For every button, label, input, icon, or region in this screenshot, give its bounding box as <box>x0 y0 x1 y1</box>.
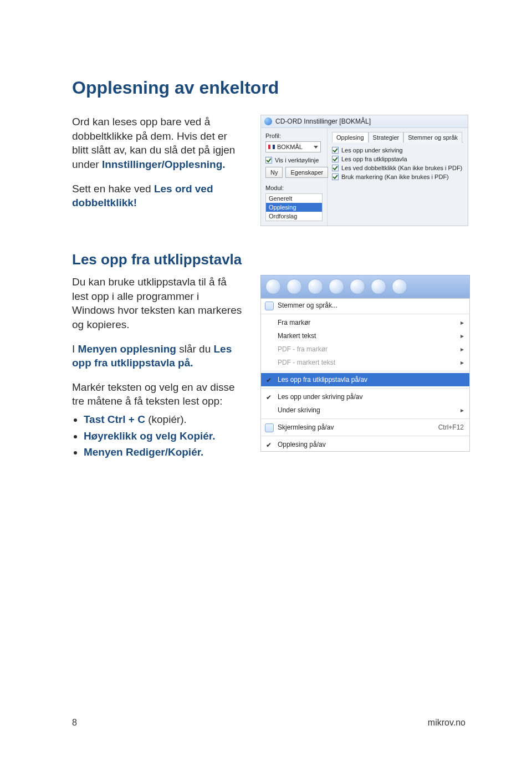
screen-icon <box>265 423 274 432</box>
chk-bruk-markering[interactable] <box>332 173 339 180</box>
marker-intro: Markér teksten og velg en av disse tre m… <box>72 380 244 408</box>
intro-em: Innstillinger/Opplesning. <box>102 159 226 170</box>
menu-label: PDF - fra markør <box>278 345 328 353</box>
menu-item-opplesing-toggle[interactable]: ✔ Opplesing på/av <box>261 438 469 451</box>
ny-button[interactable]: Ny <box>265 167 283 178</box>
methods-list: Tast Ctrl + C (kopiér). Høyreklikk og ve… <box>72 412 244 460</box>
b1rest: (kopiér). <box>145 413 187 425</box>
submenu-arrow-icon: ▸ <box>461 359 464 366</box>
modul-list[interactable]: Generelt Opplesing Ordforslag <box>265 193 323 221</box>
list-item: Høyreklikk og velg Kopiér. <box>84 428 244 444</box>
section-subtitle: Les opp fra utklippstavla <box>72 251 466 268</box>
toolbar-button[interactable] <box>371 279 386 294</box>
menu-separator <box>261 388 469 389</box>
toolbar-button[interactable] <box>329 279 344 294</box>
toolbar-button[interactable] <box>350 279 365 294</box>
menu-separator <box>261 418 469 419</box>
dropdown-menu: Stemmer og språk... Fra markør ▸ Markert… <box>260 298 470 452</box>
submenu-arrow-icon: ▸ <box>461 406 464 414</box>
utklipp-howto: I Menyen opplesning slår du Les opp fra … <box>72 342 244 370</box>
chevron-down-icon <box>314 146 318 149</box>
hake-paragraph: Sett en hake ved Les ord ved dobbeltklik… <box>72 182 244 210</box>
menu-separator <box>261 314 469 314</box>
flag-icon <box>268 145 275 149</box>
profil-select[interactable]: BOKMÅL <box>265 141 321 152</box>
dialog-title: CD-ORD Innstillinger [BOKMÅL] <box>275 118 371 125</box>
menu-screenshot: Stemmer og språk... Fra markør ▸ Markert… <box>260 275 470 452</box>
submenu-arrow-icon: ▸ <box>461 319 464 326</box>
menu-label: Les opp under skriving på/av <box>278 393 362 401</box>
toolbar <box>260 275 470 298</box>
chk-les-dobbeltklikk[interactable] <box>332 165 339 171</box>
list-item: Tast Ctrl + C (kopiér). <box>84 412 244 427</box>
page-number: 8 <box>72 718 77 728</box>
b2em: Høyreklikk og velg Kopiér. <box>84 430 216 442</box>
footer-url: mikrov.no <box>428 718 466 728</box>
page-title: Opplesning av enkeltord <box>72 78 466 98</box>
toolbar-button[interactable] <box>287 279 302 294</box>
list-item: Menyen Rediger/Kopiér. <box>84 445 244 460</box>
menu-item-markert[interactable]: Markert tekst ▸ <box>261 329 469 343</box>
menu-label: Under skriving <box>278 406 320 414</box>
speech-icon <box>265 302 274 310</box>
submenu-arrow-icon: ▸ <box>461 332 464 340</box>
b3em: Menyen Rediger/Kopiér. <box>84 446 203 458</box>
menu-label: PDF - markert tekst <box>278 359 335 366</box>
modul-item-ordforslag[interactable]: Ordforslag <box>266 212 322 221</box>
app-icon <box>264 118 272 125</box>
check-icon: ✔ <box>266 441 272 449</box>
submenu-arrow-icon: ▸ <box>461 345 464 353</box>
menu-separator <box>261 371 469 371</box>
utklipp-desc: Du kan bruke utklippstavla til å få lest… <box>72 275 244 332</box>
vis-checkbox[interactable] <box>265 157 272 164</box>
p4a: I <box>72 343 78 355</box>
tab-stemmer[interactable]: Stemmer og språk <box>403 132 462 142</box>
tab-strategier[interactable]: Strategier <box>369 132 404 142</box>
menu-item-stemmer[interactable]: Stemmer og språk... <box>261 299 469 312</box>
menu-label: Les opp fra utklippstavla på/av <box>278 376 367 384</box>
chk-les-utklipp[interactable] <box>332 156 339 162</box>
menu-separator <box>261 436 469 436</box>
p4em1: Menyen opplesning <box>78 343 176 355</box>
intro-paragraph: Ord kan leses opp bare ved å dobbeltklik… <box>72 115 244 172</box>
chk-bruk-markering-label: Bruk markering (Kan ikke brukes i PDF) <box>341 173 449 180</box>
menu-label: Stemmer og språk... <box>278 302 337 309</box>
vis-label: Vis i verktøylinje <box>275 157 319 164</box>
menu-label: Opplesing på/av <box>278 441 326 448</box>
egenskaper-button[interactable]: Egenskaper <box>285 167 328 178</box>
tab-opplesing[interactable]: Opplesing <box>332 132 369 142</box>
b1em: Tast Ctrl + C <box>84 413 145 425</box>
page-footer: 8 mikrov.no <box>72 718 466 728</box>
chk-les-skriving[interactable] <box>332 147 339 154</box>
menu-item-pdf-fra: PDF - fra markør ▸ <box>261 343 469 356</box>
menu-label: Skjermlesing på/av <box>278 423 334 431</box>
menu-item-utklipp-toggle[interactable]: ✔ Les opp fra utklippstavla på/av <box>261 373 469 386</box>
menu-item-fra-markor[interactable]: Fra markør ▸ <box>261 316 469 329</box>
menu-label: Markert tekst <box>278 332 316 340</box>
menu-shortcut: Ctrl+F12 <box>438 423 464 431</box>
settings-dialog-screenshot: CD-ORD Innstillinger [BOKMÅL] Profil: BO… <box>260 115 468 226</box>
menu-item-pdf-markert: PDF - markert tekst ▸ <box>261 356 469 369</box>
chk-les-skriving-label: Les opp under skriving <box>341 147 403 154</box>
menu-item-skjermlesing[interactable]: Skjermlesing på/av Ctrl+F12 <box>261 421 469 434</box>
dialog-titlebar: CD-ORD Innstillinger [BOKMÅL] <box>261 115 468 128</box>
chk-les-dobbeltklikk-label: Les ved dobbeltklikk (Kan ikke brukes i … <box>341 165 462 171</box>
check-icon: ✔ <box>266 394 272 401</box>
profil-value: BOKMÅL <box>277 144 303 150</box>
menu-item-skriving-toggle[interactable]: ✔ Les opp under skriving på/av <box>261 390 469 404</box>
toolbar-button[interactable] <box>392 279 407 294</box>
chk-les-utklipp-label: Les opp fra utklippstavla <box>341 156 407 162</box>
menu-label: Fra markør <box>278 319 310 326</box>
menu-item-under-skriving[interactable]: Under skriving ▸ <box>261 404 469 417</box>
p4b: slår du <box>176 343 214 355</box>
hake-text: Sett en hake ved <box>72 183 154 195</box>
modul-label: Modul: <box>265 185 323 191</box>
toolbar-button[interactable] <box>308 279 323 294</box>
profil-label: Profil: <box>265 132 323 139</box>
modul-item-opplesing[interactable]: Opplesing <box>266 203 322 212</box>
check-icon: ✔ <box>266 376 272 384</box>
modul-item-generelt[interactable]: Generelt <box>266 194 322 203</box>
toolbar-button[interactable] <box>265 279 281 294</box>
